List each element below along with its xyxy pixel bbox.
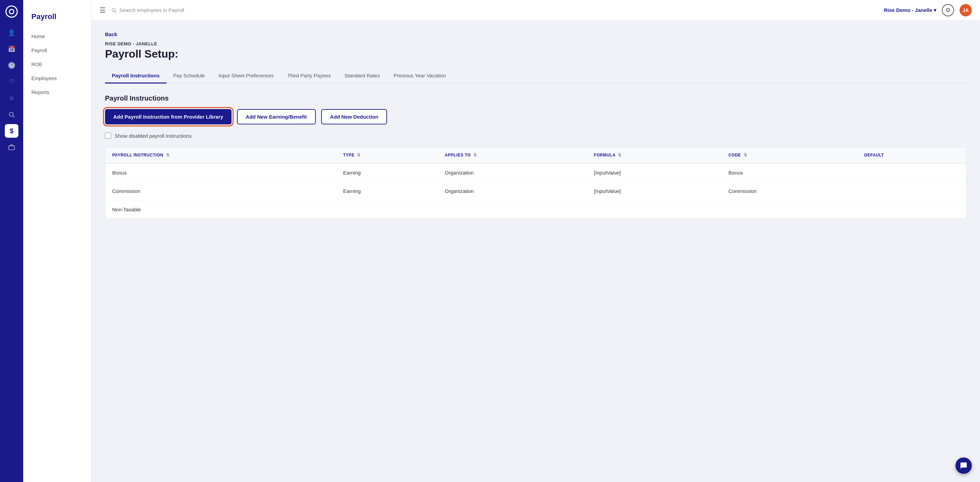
header: ☰ Search employees in Payroll Rise Demo … [91, 0, 980, 21]
svg-line-4 [115, 11, 116, 13]
sort-icon-type[interactable]: ⇅ [357, 153, 361, 157]
page-content: Back RISE DEMO - JANELLE Payroll Setup: … [91, 21, 980, 482]
tab-payroll-instructions[interactable]: Payroll Instructions [105, 68, 166, 84]
sidebar-icon-clock[interactable]: 🕐 [5, 59, 18, 72]
col-header-formula[interactable]: FORMULA ⇅ [587, 147, 722, 163]
show-disabled-row: Show disabled payroll instructions [105, 133, 966, 139]
sidebar-icon-user-search[interactable] [5, 108, 18, 121]
sort-icon-code[interactable]: ⇅ [744, 153, 748, 157]
sidebar-icon-dollar[interactable]: $ [5, 124, 18, 138]
col-header-type[interactable]: TYPE ⇅ [336, 147, 438, 163]
search-area: Search employees in Payroll [111, 7, 878, 13]
col-header-applies-to[interactable]: APPLIES TO ⇅ [438, 147, 587, 163]
show-disabled-checkbox[interactable] [105, 133, 111, 139]
col-header-default[interactable]: DEFAULT [858, 147, 966, 163]
cell-code [722, 200, 857, 219]
sort-icon-instruction[interactable]: ⇅ [166, 153, 170, 157]
company-selector[interactable]: Rise Demo - Janelle ▾ [884, 7, 936, 13]
sidebar-icon-heart[interactable]: ♡ [5, 75, 18, 89]
tab-standard-rates[interactable]: Standard Rates [337, 68, 387, 84]
back-link[interactable]: Back [105, 31, 117, 37]
col-header-code[interactable]: CODE ⇅ [722, 147, 857, 163]
settings-icon[interactable]: ⚙ [942, 4, 954, 16]
chat-bubble[interactable] [955, 457, 972, 474]
nav-roe[interactable]: ROE [23, 57, 91, 71]
sort-icon-formula[interactable]: ⇅ [618, 153, 622, 157]
avatar[interactable]: JA [959, 4, 972, 16]
app-logo[interactable] [5, 5, 18, 18]
cell-type [336, 200, 438, 219]
cell-default [858, 182, 966, 200]
svg-line-1 [13, 116, 15, 118]
tab-input-sheet-preferences[interactable]: Input Sheet Preferences [212, 68, 281, 84]
tab-pay-schedule[interactable]: Pay Schedule [166, 68, 212, 84]
menu-icon[interactable]: ☰ [100, 6, 106, 14]
search-icon [111, 8, 117, 13]
main-area: ☰ Search employees in Payroll Rise Demo … [91, 0, 980, 482]
cell-default [858, 200, 966, 219]
show-disabled-label[interactable]: Show disabled payroll instructions [115, 133, 192, 139]
sort-icon-applies-to[interactable]: ⇅ [473, 153, 477, 157]
chevron-down-icon: ▾ [934, 7, 936, 13]
cell-applies-to [438, 200, 587, 219]
cell-default [858, 163, 966, 182]
cell-type: Earning [336, 163, 438, 182]
cell-code: Bonus [722, 163, 857, 182]
cell-type: Earning [336, 182, 438, 200]
cell-formula: [InputValue] [587, 163, 722, 182]
sidebar-icon-person[interactable]: 👤 [5, 26, 18, 40]
nav-reports[interactable]: Reports [23, 85, 91, 99]
search-placeholder[interactable]: Search employees in Payroll [119, 7, 184, 13]
section-title: Payroll Instructions [105, 94, 966, 102]
sidebar-icon-calendar[interactable]: 📅 [5, 42, 18, 56]
svg-point-0 [9, 112, 13, 116]
action-buttons: Add Payroll Instruction from Provider Li… [105, 109, 966, 124]
nav-employees[interactable]: Employees [23, 71, 91, 85]
tab-previous-year-vacation[interactable]: Previous Year Vacation [387, 68, 453, 84]
nav-payroll[interactable]: Payroll [23, 43, 91, 57]
table-row: Bonus Earning Organization [InputValue] … [105, 163, 966, 182]
cell-instruction: Commission [105, 182, 336, 200]
cell-applies-to: Organization [438, 182, 587, 200]
cell-formula: [InputValue] [587, 182, 722, 200]
header-right: Rise Demo - Janelle ▾ ⚙ JA [884, 4, 972, 16]
sidebar: 👤 📅 🕐 ♡ ☆ $ [0, 0, 23, 482]
table-row: Non-Taxable [105, 200, 966, 219]
sidebar-icon-star[interactable]: ☆ [5, 91, 18, 105]
tabs: Payroll Instructions Pay Schedule Input … [105, 68, 966, 84]
tab-third-party-payees[interactable]: Third Party Payees [280, 68, 337, 84]
cell-formula [587, 200, 722, 219]
svg-rect-2 [9, 146, 15, 150]
nav-home[interactable]: Home [23, 29, 91, 43]
svg-point-3 [112, 8, 115, 11]
add-earning-benefit-button[interactable]: Add New Earning/Benefit [237, 109, 316, 124]
cell-applies-to: Organization [438, 163, 587, 182]
cell-code: Commission [722, 182, 857, 200]
sidebar-icon-briefcase[interactable] [5, 140, 18, 154]
cell-instruction: Bonus [105, 163, 336, 182]
page-title: Payroll Setup: [105, 48, 966, 60]
payroll-table: PAYROLL INSTRUCTION ⇅ TYPE ⇅ APPLIES TO … [105, 147, 966, 219]
table-row: Commission Earning Organization [InputVa… [105, 182, 966, 200]
left-nav: Payroll Home Payroll ROE Employees Repor… [23, 0, 91, 482]
col-header-instruction[interactable]: PAYROLL INSTRUCTION ⇅ [105, 147, 336, 163]
company-label: RISE DEMO - JANELLE [105, 41, 966, 46]
app-title: Payroll [23, 7, 91, 29]
add-provider-library-button[interactable]: Add Payroll Instruction from Provider Li… [105, 109, 232, 124]
add-deduction-button[interactable]: Add New Deduction [321, 109, 387, 124]
cell-instruction: Non-Taxable [105, 200, 336, 219]
